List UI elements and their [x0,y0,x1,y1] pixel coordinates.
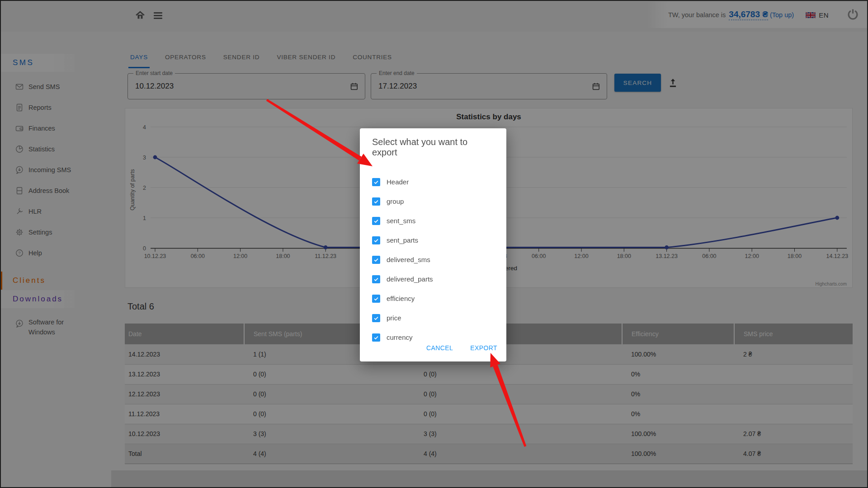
checkbox-checked[interactable] [372,178,380,186]
checkbox-checked[interactable] [372,197,380,206]
export-dialog: Select what you want to export Headergro… [360,128,506,361]
export-option-sent_sms[interactable]: sent_sms [372,211,494,230]
checkbox-checked[interactable] [372,275,380,283]
export-option-price[interactable]: price [372,308,494,328]
export-option-label: delivered_sms [387,256,430,263]
export-dialog-title: Select what you want to export [372,137,494,158]
export-option-efficiency[interactable]: efficiency [372,289,494,308]
export-option-header[interactable]: Header [372,172,494,192]
checkbox-checked[interactable] [372,236,380,244]
export-option-delivered_sms[interactable]: delivered_sms [372,250,494,269]
cancel-button[interactable]: CANCEL [425,343,455,352]
export-option-label: delivered_parts [387,275,433,283]
checkbox-checked[interactable] [372,314,380,322]
export-option-label: sent_parts [387,236,418,244]
checkbox-checked[interactable] [372,256,380,264]
export-option-sent_parts[interactable]: sent_parts [372,230,494,250]
export-option-label: group [387,197,404,205]
export-options-list: Headergroupsent_smssent_partsdelivered_s… [372,172,494,347]
export-option-delivered_parts[interactable]: delivered_parts [372,269,494,289]
export-option-label: Header [387,178,409,186]
checkbox-checked[interactable] [372,333,380,342]
export-option-label: sent_sms [387,217,415,225]
export-option-label: currency [387,333,413,341]
export-option-label: efficiency [387,295,415,302]
export-option-group[interactable]: group [372,192,494,211]
checkbox-checked[interactable] [372,217,380,225]
checkbox-checked[interactable] [372,295,380,303]
export-button[interactable]: EXPORT [468,343,499,352]
export-option-label: price [387,314,401,322]
dialog-actions: CANCEL EXPORT [425,343,499,352]
